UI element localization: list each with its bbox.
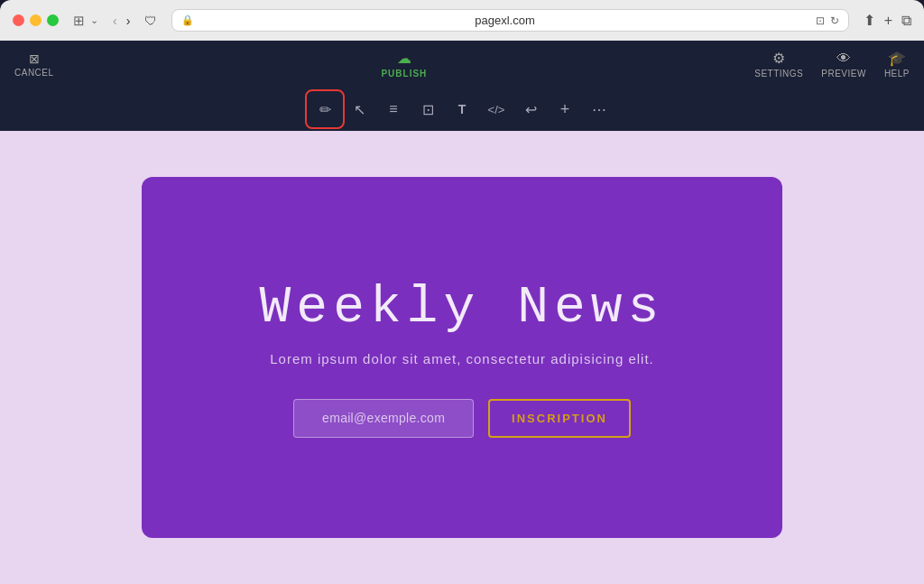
back-arrow[interactable]: ‹ [109, 12, 121, 30]
text-icon: T [458, 102, 467, 116]
gear-icon: ⚙ [772, 50, 785, 67]
add-tool[interactable]: + [549, 93, 581, 125]
cursor-tool[interactable]: ↖ [343, 93, 375, 125]
nav-arrows: ‹ › [109, 12, 134, 30]
lock-icon: 🔒 [181, 14, 194, 26]
resize-icon: ⊡ [422, 101, 434, 118]
resize-tool[interactable]: ⊡ [411, 93, 444, 125]
page-title: Weekly News [260, 278, 665, 337]
browser-actions: ⬆ + ⧉ [864, 12, 911, 29]
page-subtitle: Lorem ipsum dolor sit amet, consectetur … [270, 351, 654, 366]
element-toolbar: ✏ ↖ ≡ ⊡ T </> ↩ + ⋯ [0, 88, 924, 131]
share-icon[interactable]: ⬆ [864, 12, 875, 29]
cancel-icon: ⊠ [29, 51, 40, 66]
publish-button[interactable]: ☁ PUBLISH [54, 50, 755, 79]
new-tab-icon[interactable]: + [884, 13, 892, 29]
forward-arrow[interactable]: › [123, 12, 134, 30]
page-card: Weekly News Lorem ipsum dolor sit amet, … [142, 177, 782, 538]
subscription-row: email@exemple.com INSCRIPTION [293, 399, 631, 438]
inscription-button[interactable]: INSCRIPTION [488, 399, 631, 438]
publish-icon: ☁ [397, 50, 411, 67]
address-bar[interactable]: 🔒 pagexl.com ⊡ ↻ [171, 9, 848, 32]
editor-toolbar: ⊠ CANCEL ☁ PUBLISH ⚙ SETTINGS 👁 PREVIEW … [0, 41, 924, 88]
title-bar: ⊞ ⌄ ‹ › 🛡 🔒 pagexl.com ⊡ ↻ ⬆ + ⧉ [0, 0, 924, 41]
tab-controls: ⊞ ⌄ [73, 13, 98, 29]
align-tool[interactable]: ≡ [377, 93, 410, 125]
url-text: pagexl.com [199, 14, 809, 27]
more-tool[interactable]: ⋯ [583, 93, 615, 125]
cancel-button[interactable]: ⊠ CANCEL [14, 51, 54, 78]
shield-icon: 🛡 [144, 14, 157, 28]
translate-icon: ⊡ [816, 14, 825, 27]
help-icon: 🎓 [888, 50, 906, 67]
chevron-down-icon[interactable]: ⌄ [90, 14, 98, 26]
reload-icon[interactable]: ↻ [830, 14, 839, 27]
text-tool[interactable]: T [446, 93, 478, 125]
traffic-lights [13, 14, 59, 26]
code-icon: </> [488, 103, 505, 116]
cursor-icon: ↖ [354, 101, 365, 118]
canvas-area: Weekly News Lorem ipsum dolor sit amet, … [0, 131, 924, 584]
pencil-icon: ✏ [319, 101, 331, 118]
tab-grid-icon[interactable]: ⊞ [73, 13, 85, 29]
undo-tool[interactable]: ↩ [514, 93, 547, 125]
eye-icon: 👁 [836, 51, 851, 67]
plus-icon: + [560, 100, 570, 119]
email-input[interactable]: email@exemple.com [293, 399, 474, 438]
settings-button[interactable]: ⚙ SETTINGS [754, 50, 803, 79]
more-icon: ⋯ [592, 101, 606, 118]
align-icon: ≡ [389, 101, 397, 117]
maximize-button[interactable] [47, 14, 59, 26]
help-button[interactable]: 🎓 HELP [884, 50, 910, 79]
tabs-icon[interactable]: ⧉ [901, 13, 911, 29]
close-button[interactable] [13, 14, 24, 26]
toolbar-right-actions: ⚙ SETTINGS 👁 PREVIEW 🎓 HELP [754, 50, 910, 79]
edit-tool[interactable]: ✏ [309, 93, 341, 125]
minimize-button[interactable] [30, 14, 42, 26]
undo-icon: ↩ [525, 101, 537, 118]
code-tool[interactable]: </> [480, 93, 513, 125]
preview-button[interactable]: 👁 PREVIEW [821, 51, 866, 79]
